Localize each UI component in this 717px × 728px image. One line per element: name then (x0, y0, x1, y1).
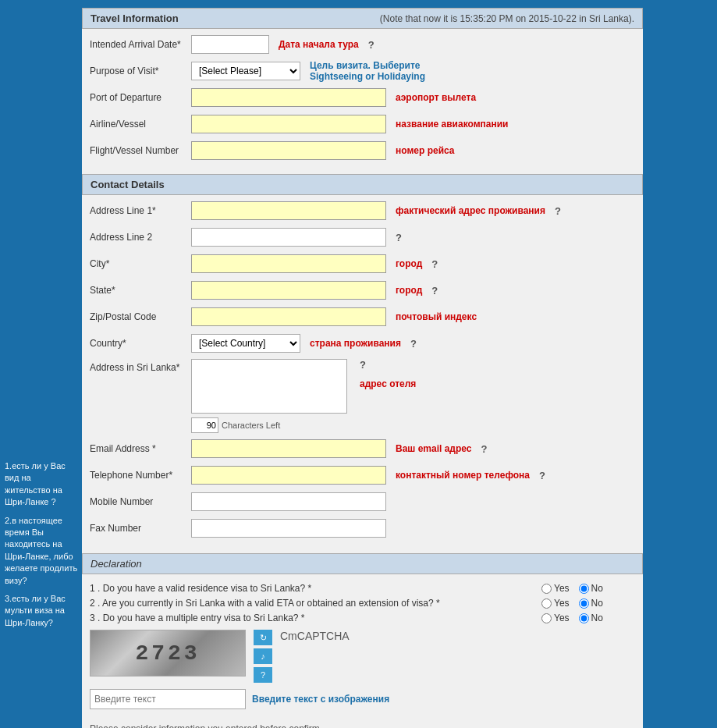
left-sidebar: 1.есть ли у Вас вид на жительство на Шри… (0, 0, 82, 728)
sidebar-point3: 3.есть ли у Вас мульти виза на Шри-Ланку… (5, 593, 79, 629)
declaration-row-1: 1 . Do you have a valid residence visa t… (90, 583, 635, 594)
arrival-date-row: Intended Arrival Date* Дата начала тура … (90, 34, 635, 55)
port-input[interactable] (191, 88, 386, 107)
main-content: Travel Information (Note that now it is … (82, 0, 643, 728)
zip-annotation: почтовый индекс (396, 311, 477, 322)
captcha-audio-button[interactable]: ♪ (254, 648, 272, 664)
srilanka-address-input-area: адрес отеля ? Characters Left (191, 359, 635, 433)
state-label: State* (90, 285, 191, 296)
travel-section-title: Travel Information (91, 12, 179, 24)
declaration-question-3: 3 . Do you have a multiple entry visa to… (90, 613, 541, 623)
declaration-no-1[interactable]: No (579, 583, 603, 594)
flight-input[interactable] (191, 141, 386, 160)
state-help-icon[interactable]: ? (431, 285, 438, 297)
captcha-input-row: Введите текст с изображения (90, 689, 635, 709)
flight-label: Flight/Vessel Number (90, 145, 191, 156)
declaration-yes-2[interactable]: Yes (541, 598, 570, 609)
phone-input[interactable] (191, 466, 386, 485)
declaration-title: Declaration (91, 558, 142, 570)
captcha-image: 2723 (90, 630, 246, 677)
declaration-row-3: 3 . Do you have a multiple entry visa to… (90, 613, 635, 623)
address2-help-icon[interactable]: ? (396, 232, 402, 243)
purpose-input-area: [Select Please] Sightseeing Holidaying Ц… (191, 60, 635, 82)
country-help-icon[interactable]: ? (410, 338, 417, 350)
declaration-yes-radio-1[interactable] (541, 584, 552, 594)
captcha-hint: Введите текст с изображения (252, 694, 389, 705)
address1-help-icon[interactable]: ? (555, 205, 561, 217)
state-annotation: город (396, 285, 422, 296)
captcha-input[interactable] (90, 689, 246, 709)
airline-input[interactable] (191, 115, 386, 133)
declaration-no-3[interactable]: No (579, 613, 603, 623)
country-select[interactable]: [Select Country] (191, 334, 300, 353)
declaration-radio-group-3: Yes No (541, 613, 635, 623)
declaration-yes-1[interactable]: Yes (541, 583, 570, 594)
arrival-date-input[interactable] (191, 35, 269, 54)
srilanka-address-textarea[interactable] (191, 359, 347, 414)
phone-help-icon[interactable]: ? (539, 470, 545, 481)
zip-row: Zip/Postal Code почтовый индекс (90, 306, 635, 328)
right-sidebar (643, 0, 717, 728)
chars-left-row: Characters Left (191, 417, 280, 433)
purpose-annotation: Цель визита. Выберите Sightseeing or Hol… (310, 60, 435, 82)
airline-annotation: название авиакомпании (396, 119, 508, 130)
city-input[interactable] (191, 254, 386, 273)
address1-input[interactable] (191, 201, 386, 220)
declaration-yes-radio-3[interactable] (541, 613, 552, 623)
declaration-no-2[interactable]: No (579, 598, 603, 609)
declaration-no-radio-1[interactable] (579, 584, 589, 594)
declaration-yes-3[interactable]: Yes (541, 613, 570, 623)
email-input[interactable] (191, 439, 386, 458)
declaration-yes-radio-2[interactable] (541, 598, 552, 609)
confirm-note: Please consider information you entered … (90, 723, 635, 728)
declaration-row-2: 2 . Are you currently in Sri Lanka with … (90, 598, 635, 609)
zip-input[interactable] (191, 307, 386, 326)
captcha-logo: CmCAPTCHA (280, 630, 350, 642)
mobile-input[interactable] (191, 492, 386, 511)
city-help-icon[interactable]: ? (431, 258, 438, 270)
mobile-input-area (191, 492, 635, 511)
fax-input-area (191, 519, 635, 538)
address2-input[interactable] (191, 228, 386, 247)
contact-section-title: Contact Details (91, 179, 165, 190)
mobile-row: Mobile Number (90, 491, 635, 513)
captcha-controls: ↻ ♪ ? (254, 630, 272, 683)
declaration-question-2: 2 . Are you currently in Sri Lanka with … (90, 598, 541, 609)
declaration-no-radio-2[interactable] (579, 598, 589, 609)
arrival-date-input-area: Дата начала тура ? (191, 35, 635, 54)
srilanka-help-icon[interactable]: ? (360, 359, 366, 371)
city-label: City* (90, 258, 191, 269)
city-input-area: город ? (191, 254, 635, 273)
srilanka-address-label: Address in Sri Lanka* (90, 359, 191, 373)
country-row: Country* [Select Country] страна прожива… (90, 332, 635, 354)
zip-input-area: почтовый индекс (191, 307, 635, 326)
port-row: Port of Departure аэропорт вылета (90, 87, 635, 108)
country-annotation: страна проживания (310, 338, 401, 349)
state-row: State* город ? (90, 279, 635, 301)
declaration-section-header: Declaration (82, 553, 643, 574)
arrival-help-icon[interactable]: ? (368, 39, 374, 51)
port-label: Port of Departure (90, 92, 191, 103)
address1-row: Address Line 1* фактический адрес прожив… (90, 200, 635, 222)
state-input[interactable] (191, 281, 386, 300)
email-help-icon[interactable]: ? (481, 443, 488, 455)
travel-section-note: (Note that now it is 15:35:20 PM on 2015… (380, 13, 634, 24)
captcha-refresh-button[interactable]: ↻ (254, 630, 272, 645)
travel-form: Intended Arrival Date* Дата начала тура … (82, 29, 643, 171)
declaration-no-radio-3[interactable] (579, 613, 589, 623)
fax-input[interactable] (191, 519, 386, 538)
address2-row: Address Line 2 ? (90, 226, 635, 248)
purpose-select[interactable]: [Select Please] Sightseeing Holidaying (191, 62, 300, 80)
airline-input-area: название авиакомпании (191, 115, 635, 133)
flight-row: Flight/Vessel Number номер рейса (90, 140, 635, 162)
chars-left-input[interactable] (191, 417, 218, 433)
captcha-help-button[interactable]: ? (254, 667, 272, 683)
fax-label: Fax Number (90, 523, 191, 534)
address2-input-area: ? (191, 228, 635, 247)
city-annotation: город (396, 258, 422, 269)
purpose-row: Purpose of Visit* [Select Please] Sights… (90, 60, 635, 82)
captcha-logo-text: CmCAPTCHA (280, 630, 350, 642)
address1-annotation: фактический адрес проживания (396, 205, 545, 216)
email-input-area: Ваш email адрес ? (191, 439, 635, 458)
port-annotation: аэропорт вылета (396, 92, 476, 103)
